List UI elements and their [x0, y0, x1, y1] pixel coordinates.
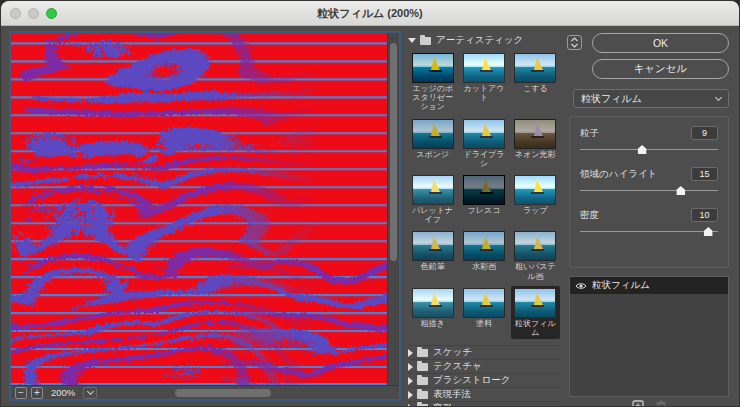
filter-thumb-fresco[interactable]: フレスコ — [459, 173, 508, 226]
filter-select-value: 粒状フィルム — [581, 92, 642, 106]
effect-layer-name: 粒状フィルム — [592, 279, 650, 292]
effect-layers-toolbar — [567, 397, 731, 407]
sailboat-thumbnail — [412, 119, 454, 149]
param-intensity-label: 密度 — [580, 209, 691, 222]
filter-thumb-film-grain[interactable]: 粒状フィルム — [511, 286, 560, 339]
filter-select-dropdown[interactable]: 粒状フィルム — [573, 89, 729, 108]
ok-button[interactable]: OK — [592, 33, 729, 53]
filter-thumb-neon-glow[interactable]: ネオン光彩 — [511, 117, 560, 170]
sailboat-thumbnail — [514, 288, 556, 318]
zoom-in-button[interactable]: + — [31, 387, 43, 399]
titlebar: 粒状フィルム (200%) — [1, 1, 739, 26]
category-brush-strokes[interactable]: ブラシストローク — [408, 373, 560, 387]
double-chevron-icon — [570, 37, 579, 48]
folder-icon — [417, 363, 428, 371]
category-distort[interactable]: 変形 — [408, 401, 560, 407]
sailboat-thumbnail — [463, 119, 505, 149]
zoom-menu-button[interactable] — [83, 387, 97, 399]
filter-parameters: 粒子 9 領域のハイライト 15 — [569, 116, 729, 268]
preview-pane: − + 200% — [9, 31, 401, 401]
sailboat-thumbnail — [412, 53, 454, 83]
vertical-scrollbar-thumb[interactable] — [390, 43, 397, 261]
category-sketch[interactable]: スケッチ — [408, 345, 560, 359]
filter-thumb-poster-edges[interactable]: エッジのポスタリゼーション — [408, 51, 457, 114]
category-texture[interactable]: テクスチャ — [408, 359, 560, 373]
sailboat-thumbnail — [514, 53, 556, 83]
preview-image — [11, 33, 387, 385]
param-highlight-slider[interactable] — [580, 185, 718, 197]
folder-open-icon — [420, 37, 431, 45]
param-highlight-label: 領域のハイライト — [580, 168, 691, 181]
param-intensity: 密度 10 — [580, 208, 718, 238]
sailboat-thumbnail — [463, 175, 505, 205]
sailboat-thumbnail — [514, 175, 556, 205]
window-title: 粒状フィルム (200%) — [317, 6, 423, 21]
caret-right-icon — [408, 391, 413, 399]
effect-layers-list: 粒状フィルム — [569, 276, 729, 397]
param-grain-slider[interactable] — [580, 144, 718, 156]
sailboat-thumbnail — [412, 231, 454, 261]
sailboat-thumbnail — [463, 231, 505, 261]
sailboat-thumbnail — [463, 53, 505, 83]
category-artistic-header[interactable]: アーティスティック — [408, 33, 560, 48]
chevron-down-icon — [87, 388, 94, 395]
filter-thumb-colored-pencil[interactable]: 色鉛筆 — [408, 229, 457, 282]
preview-canvas[interactable] — [11, 33, 387, 385]
delete-effect-layer-icon — [656, 401, 666, 407]
cancel-button[interactable]: キャンセル — [592, 59, 729, 79]
filter-gallery-dialog: 粒状フィルム (200%) — [0, 0, 740, 407]
sailboat-thumbnail — [514, 231, 556, 261]
sailboat-thumbnail — [514, 119, 556, 149]
filter-thumb-watercolor[interactable]: 水彩画 — [459, 229, 508, 282]
close-button[interactable] — [10, 8, 21, 19]
zoom-out-button[interactable]: − — [15, 387, 27, 399]
param-intensity-slider[interactable] — [580, 226, 718, 238]
collapsed-category-list: スケッチ テクスチャ ブラシストローク 表現手法 — [408, 345, 560, 407]
minimize-button[interactable] — [28, 8, 39, 19]
zoom-button[interactable] — [46, 8, 57, 19]
caret-right-icon — [408, 363, 413, 371]
caret-right-icon — [408, 377, 413, 385]
param-grain-value[interactable]: 9 — [691, 126, 718, 140]
preview-statusbar: − + 200% — [11, 385, 399, 399]
preview-vertical-scrollbar[interactable] — [387, 33, 399, 385]
folder-icon — [417, 377, 428, 385]
filter-thumb-smudge-stick[interactable]: こする — [511, 51, 560, 114]
eye-icon[interactable] — [575, 282, 587, 290]
sailboat-thumbnail — [412, 288, 454, 318]
filter-thumb-palette-knife[interactable]: パレットナイフ — [408, 173, 457, 226]
sailboat-thumbnail — [463, 288, 505, 318]
filter-thumb-plastic-wrap[interactable]: ラップ — [511, 173, 560, 226]
filter-thumb-sponge[interactable]: スポンジ — [408, 117, 457, 170]
horizontal-scrollbar-thumb[interactable] — [175, 389, 271, 397]
slider-thumb[interactable] — [676, 186, 685, 195]
filter-list-panel: アーティスティック エッジのポスタリゼーション カットアウト こする スポン — [408, 31, 560, 407]
zoom-level-label: 200% — [51, 387, 75, 398]
filter-thumb-paint-daubs[interactable]: 塗料 — [459, 286, 508, 339]
param-highlight-area: 領域のハイライト 15 — [580, 167, 718, 197]
filter-thumb-rough-pastels[interactable]: 粗いパステル画 — [511, 229, 560, 282]
param-intensity-value[interactable]: 10 — [691, 208, 718, 222]
preview-horizontal-scrollbar[interactable] — [107, 389, 389, 397]
new-effect-layer-icon[interactable] — [632, 400, 644, 407]
param-grain: 粒子 9 — [580, 126, 718, 156]
collapse-thumbnails-button[interactable] — [567, 35, 582, 50]
folder-icon — [417, 349, 428, 357]
category-stylize[interactable]: 表現手法 — [408, 387, 560, 401]
filter-thumb-cutout[interactable]: カットアウト — [459, 51, 508, 114]
slider-thumb[interactable] — [704, 227, 713, 236]
category-label: アーティスティック — [436, 34, 523, 47]
sailboat-thumbnail — [412, 175, 454, 205]
settings-panel: OK キャンセル 粒状フィルム 粒子 9 — [567, 31, 731, 407]
caret-down-icon — [408, 38, 416, 43]
slider-thumb[interactable] — [638, 145, 647, 154]
effect-layer-row[interactable]: 粒状フィルム — [570, 277, 728, 294]
param-grain-label: 粒子 — [580, 127, 691, 140]
filter-thumb-underpainting[interactable]: 粗描き — [408, 286, 457, 339]
chevron-down-icon — [715, 94, 722, 101]
filter-thumb-dry-brush[interactable]: ドライブラシ — [459, 117, 508, 170]
caret-right-icon — [408, 349, 413, 357]
param-highlight-value[interactable]: 15 — [691, 167, 718, 181]
folder-icon — [417, 391, 428, 399]
filter-thumbnail-grid: エッジのポスタリゼーション カットアウト こする スポンジ ドライブラシ — [408, 51, 560, 339]
